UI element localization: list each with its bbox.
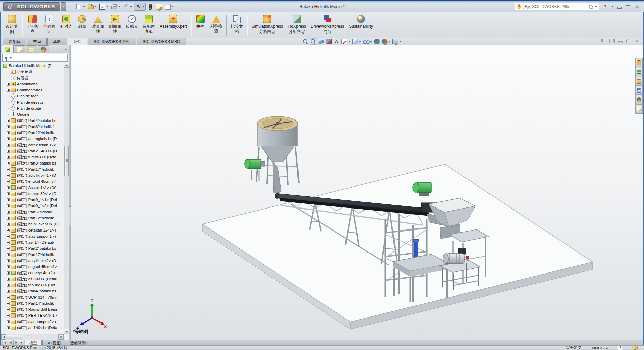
scroll-down-button[interactable]: [64, 329, 69, 334]
appearances-scenes-button[interactable]: [636, 95, 642, 104]
ribbon-button[interactable]: FloXpress 分析向导: [285, 14, 308, 37]
platform-slab[interactable]: [71, 45, 593, 329]
tree-item[interactable]: (固定) as<1> (Défaut<: [1, 239, 64, 245]
zoom-to-area-button[interactable]: [310, 39, 316, 44]
undo-button[interactable]: ↶: [122, 3, 133, 10]
new-document-button[interactable]: [75, 3, 86, 10]
tab-scroll-right-button[interactable]: [14, 340, 19, 345]
tree-item[interactable]: (固定) acrylik oil<2> (D: [1, 258, 64, 264]
tree-item[interactable]: Commentaires: [1, 87, 64, 93]
tree-item[interactable]: (固定) Part9_1<2> (Déf: [1, 203, 64, 209]
expand-icon[interactable]: [7, 320, 10, 323]
window-minimize-button[interactable]: [616, 4, 622, 9]
dropdown-caret-icon[interactable]: [95, 6, 97, 7]
graphics-viewport[interactable]: Y X Z *等轴测: [71, 45, 643, 340]
tree-item[interactable]: (固定) Part17^hidrolik: [1, 166, 64, 172]
expand-icon[interactable]: [7, 229, 10, 232]
help-caret-icon[interactable]: [612, 6, 614, 7]
ribbon-button[interactable]: 间隙验 证: [41, 14, 58, 37]
filter-caret-icon[interactable]: [10, 57, 12, 59]
expand-icon[interactable]: [7, 241, 10, 244]
tree-item[interactable]: (固定) Part12^hidrolik: [1, 130, 64, 136]
document-tab[interactable]: 运动算例 1: [66, 340, 93, 345]
tree-item[interactable]: 历史记录: [1, 69, 64, 75]
tree-item[interactable]: 传感器: [1, 75, 64, 81]
ribbon-button[interactable]: 剖面属 性: [106, 14, 123, 37]
tab-scroll-first-button[interactable]: [3, 340, 8, 345]
command-tab[interactable]: SOLIDWORKS 插件: [88, 38, 136, 45]
search-box[interactable]: ?: [515, 3, 599, 10]
expand-icon[interactable]: [7, 137, 10, 140]
expand-icon[interactable]: [7, 290, 10, 293]
expand-icon[interactable]: [7, 296, 10, 299]
featuremanager-button[interactable]: [2, 45, 14, 53]
expand-icon[interactable]: [7, 125, 10, 128]
tree-item[interactable]: (固定) Assem1<1> (Dé: [1, 184, 64, 191]
dropdown-caret-icon[interactable]: [106, 6, 109, 7]
expand-icon[interactable]: [7, 144, 10, 147]
tree-item[interactable]: (固定) Part17^hidrolik: [1, 251, 64, 258]
tags-icon[interactable]: [632, 345, 639, 350]
dropdown-caret-icon[interactable]: [142, 6, 144, 7]
tree-item[interactable]: (固定) Part4^batako bs: [1, 117, 64, 124]
expand-icon[interactable]: [7, 278, 10, 281]
tree-item[interactable]: (固定) alas tumpu<1> (: [1, 233, 64, 239]
tree-item[interactable]: (固定) conveyr 4m<1>: [1, 270, 64, 276]
expand-icon[interactable]: [7, 235, 10, 238]
document-minimize-button[interactable]: [618, 39, 623, 43]
search-scope-caret-icon[interactable]: [595, 6, 597, 7]
ribbon-button[interactable]: SimulationXpress 分析向导: [249, 14, 285, 37]
expand-icon[interactable]: [7, 186, 10, 189]
expand-icon[interactable]: [7, 217, 10, 220]
document-tab[interactable]: 3D 视图: [42, 340, 65, 345]
dropdown-caret-icon[interactable]: [118, 6, 120, 7]
expand-icon[interactable]: [7, 192, 10, 195]
scroll-left-button[interactable]: [1, 334, 6, 340]
open-folder-button[interactable]: [87, 3, 98, 10]
file-explorer-button[interactable]: [636, 77, 642, 86]
tree-item[interactable]: (固定) as engkol<1> (D: [1, 136, 64, 142]
unit-system-selector[interactable]: MMGS: [592, 346, 608, 350]
expand-icon[interactable]: [7, 211, 10, 214]
zoom-to-fit-button[interactable]: [303, 39, 308, 44]
window-close-button[interactable]: ×: [634, 4, 641, 9]
expand-icon[interactable]: [7, 89, 10, 92]
tree-item[interactable]: (固定) PER TEKAN<1>: [1, 312, 64, 319]
scroll-thumb[interactable]: [64, 146, 69, 176]
tree-item[interactable]: (固定) Part2 140<1> (D: [1, 148, 64, 154]
ribbon-button[interactable]: Sustainability: [347, 14, 375, 37]
expand-icon[interactable]: [7, 308, 10, 311]
tree-item[interactable]: (固定) Part5^hidrolik 1: [1, 209, 64, 215]
tree-item[interactable]: (固定) engkol 45cm<1>: [1, 264, 64, 270]
window-maximize-button[interactable]: [625, 4, 631, 9]
displaymanager-button[interactable]: [38, 45, 49, 53]
assembly-3d-model[interactable]: Y X Z: [71, 45, 643, 340]
help-button[interactable]: ?: [602, 4, 609, 9]
mixer-motor[interactable]: [245, 159, 265, 181]
section-view-button[interactable]: [326, 39, 332, 44]
tree-item[interactable]: Annotations: [1, 81, 64, 87]
resources-home-button[interactable]: [636, 59, 642, 67]
dropdown-caret-icon[interactable]: [130, 6, 132, 7]
ribbon-button[interactable]: 比较文 档: [229, 14, 245, 37]
tree-item[interactable]: (固定) engkol 45cm b<: [1, 178, 64, 184]
expand-icon[interactable]: [7, 271, 10, 275]
tree-vertical-scrollbar[interactable]: [64, 63, 69, 334]
view-palette-button[interactable]: [636, 86, 642, 95]
rotate-view-button[interactable]: [334, 39, 339, 44]
configurationmanager-button[interactable]: [26, 45, 37, 53]
tree-item[interactable]: (固定) alas tumpu<2> (: [1, 319, 64, 325]
ribbon-button[interactable]: 测量: [75, 14, 90, 37]
expand-icon[interactable]: [7, 168, 10, 171]
previous-view-button[interactable]: [318, 39, 324, 44]
edit-appearance-button[interactable]: [374, 39, 380, 44]
ribbon-button[interactable]: 干涉检 查: [24, 14, 41, 37]
search-input[interactable]: [523, 4, 587, 9]
tree-item[interactable]: (固定) tumpu<1> (Défa: [1, 154, 64, 160]
tree-item[interactable]: Plan de droite: [1, 105, 64, 111]
ribbon-button[interactable]: DriveWorksXpress 向导: [308, 14, 347, 37]
document-tab[interactable]: 模型: [25, 340, 42, 345]
apply-scene-button[interactable]: [382, 39, 390, 44]
options-button[interactable]: [164, 3, 175, 10]
tab-scroll-last-button[interactable]: [19, 340, 24, 345]
